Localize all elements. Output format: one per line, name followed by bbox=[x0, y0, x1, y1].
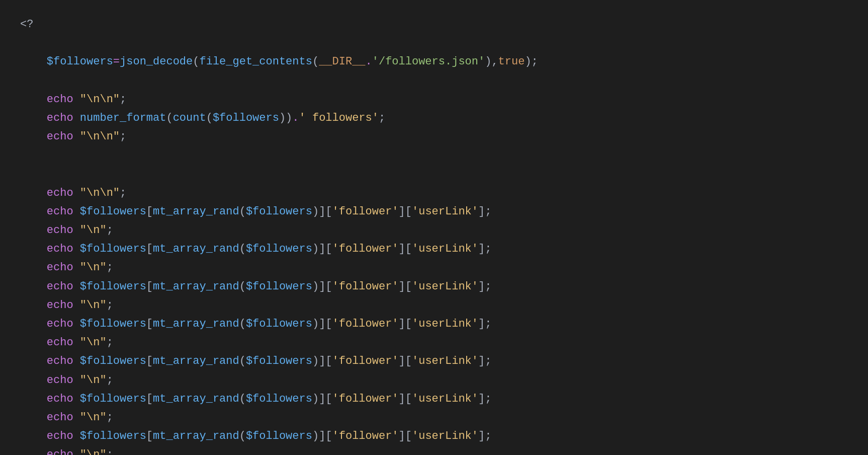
line-rand-7: echo $followers[mt_array_rand($followers… bbox=[20, 427, 848, 445]
line-blank-4 bbox=[20, 165, 848, 184]
line-rand-4: echo $followers[mt_array_rand($followers… bbox=[20, 315, 848, 333]
line-echo-n-5: echo "\n"; bbox=[20, 371, 848, 390]
line-blank-1 bbox=[20, 34, 848, 52]
line-rand-3: echo $followers[mt_array_rand($followers… bbox=[20, 277, 848, 296]
line-rand-2: echo $followers[mt_array_rand($followers… bbox=[20, 240, 848, 258]
line-blank-3 bbox=[20, 146, 848, 165]
line-echo-n-1: echo "\n"; bbox=[20, 221, 848, 240]
line-rand-1: echo $followers[mt_array_rand($followers… bbox=[20, 202, 848, 221]
line-echo-n-4: echo "\n"; bbox=[20, 333, 848, 352]
line-echo-nln-2: echo "\n\n"; bbox=[20, 127, 848, 146]
line-rand-5: echo $followers[mt_array_rand($followers… bbox=[20, 352, 848, 370]
code-editor: <? $followers=json_decode(file_get_conte… bbox=[20, 10, 848, 455]
line-echo-nln-3: echo "\n\n"; bbox=[20, 184, 848, 202]
line-echo-n-2: echo "\n"; bbox=[20, 258, 848, 277]
line-rand-6: echo $followers[mt_array_rand($followers… bbox=[20, 390, 848, 408]
line-echo-n-3: echo "\n"; bbox=[20, 296, 848, 315]
line-echo-n-6: echo "\n"; bbox=[20, 408, 848, 427]
line-echo-count: echo number_format(count($followers)).' … bbox=[20, 109, 848, 127]
line-echo-n-7: echo "\n"; bbox=[20, 445, 848, 455]
line-followers-assign: $followers=json_decode(file_get_contents… bbox=[20, 52, 848, 71]
line-echo-nln-1: echo "\n\n"; bbox=[20, 90, 848, 109]
line-php-tag: <? bbox=[20, 15, 848, 34]
line-blank-2 bbox=[20, 71, 848, 90]
